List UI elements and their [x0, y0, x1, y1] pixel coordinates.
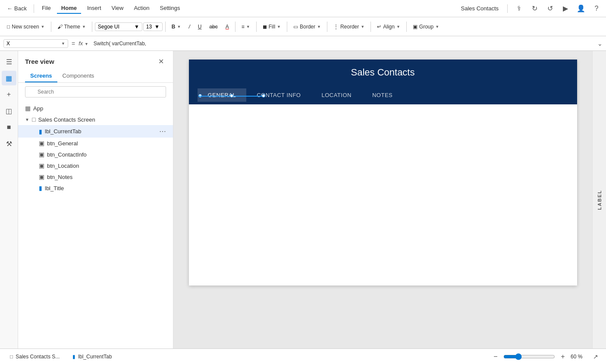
- layers-icon[interactable]: ▦: [2, 71, 16, 85]
- border-chevron-icon: ▼: [317, 25, 321, 29]
- tree-item-btn-contactinfo-label: btn_ContactInfo: [47, 151, 166, 158]
- nav-insert[interactable]: Insert: [83, 3, 106, 14]
- add-icon[interactable]: +: [2, 87, 16, 102]
- formula-input[interactable]: [94, 41, 596, 47]
- main-area: ☰ ▦ + ◫ ■ ⚒ Tree view ✕ Screens Componen…: [0, 51, 606, 348]
- italic-button[interactable]: /: [185, 22, 193, 31]
- components-icon[interactable]: ■: [2, 120, 16, 135]
- font-size-selector[interactable]: 13 ▼: [143, 22, 163, 31]
- more-options-icon[interactable]: ⋯: [159, 127, 166, 135]
- button-icon-general: ▣: [39, 140, 44, 147]
- nav-separator-2: [507, 4, 508, 13]
- search-input[interactable]: [25, 86, 166, 97]
- toolbar-sep-5: [256, 22, 257, 32]
- border-icon: ▭: [293, 24, 298, 30]
- tree-item-btn-general-label: btn_General: [47, 140, 166, 147]
- zoom-slider[interactable]: [503, 353, 555, 360]
- status-label-tab[interactable]: ▮ lbl_CurrentTab: [68, 351, 116, 362]
- toolbar: □ New screen ▼ 🖌 Theme ▼ Segoe UI ▼ 13 ▼…: [0, 17, 606, 36]
- status-screen-tab[interactable]: □ Sales Contacts S...: [5, 351, 64, 362]
- tree-item-screen[interactable]: ▼ □ Sales Contacts Screen: [18, 114, 173, 125]
- reorder-chevron-icon: ▼: [361, 25, 364, 29]
- nav-home[interactable]: Home: [57, 3, 81, 14]
- strikethrough-button[interactable]: abc: [206, 22, 221, 31]
- right-panel: LABEL: [592, 51, 606, 348]
- font-color-button[interactable]: A: [222, 22, 232, 31]
- group-button[interactable]: ▣ Group ▼: [409, 22, 443, 31]
- back-arrow-icon: ←: [7, 5, 13, 12]
- app-tab-general[interactable]: GENERAL: [198, 88, 247, 102]
- nav-settings[interactable]: Settings: [156, 3, 185, 14]
- tree-item-lbl-title[interactable]: ▮ lbl_Title: [18, 182, 173, 194]
- font-selector[interactable]: Segoe UI ▼: [95, 22, 142, 31]
- button-icon-notes: ▣: [39, 173, 44, 180]
- help-icon[interactable]: ⚕: [513, 3, 525, 15]
- nav-separator-1: [34, 4, 34, 13]
- font-chevron-icon: ▼: [134, 24, 139, 30]
- tree-item-lbl-currenttab[interactable]: ▮ lbl_CurrentTab ⋯: [18, 125, 173, 138]
- tree-view-panel: Tree view ✕ Screens Components 🔍 ▦ App ▼…: [18, 51, 173, 348]
- app-tab-location[interactable]: LOCATION: [311, 88, 362, 102]
- app-content: [189, 104, 577, 286]
- menu-icon[interactable]: ☰: [2, 54, 16, 69]
- tree-item-btn-contactinfo[interactable]: ▣ btn_ContactInfo: [18, 149, 173, 160]
- align2-button[interactable]: ↵ Align ▼: [374, 22, 404, 31]
- theme-button[interactable]: 🖌 Theme ▼: [54, 22, 89, 31]
- font-name-label: Segoe UI: [98, 24, 133, 30]
- tree-search-area: 🔍: [18, 83, 173, 101]
- tree-item-btn-notes[interactable]: ▣ btn_Notes: [18, 171, 173, 182]
- border-button[interactable]: ▭ Border ▼: [290, 22, 324, 31]
- reorder-label: Reorder: [340, 24, 359, 30]
- back-button[interactable]: ← Back: [3, 3, 30, 13]
- canvas-area: Sales Contacts GENERAL CONTACT INFO LOCA…: [173, 51, 592, 348]
- formula-expand-icon[interactable]: ⌄: [597, 40, 603, 47]
- nav-file[interactable]: File: [38, 3, 55, 14]
- tree-search-wrapper: 🔍: [25, 86, 166, 97]
- formula-var-selector[interactable]: X ▼: [3, 39, 68, 48]
- redo-icon[interactable]: ↺: [544, 3, 556, 15]
- border-label: Border: [300, 24, 315, 30]
- status-screen-label: Sales Contacts S...: [16, 354, 60, 360]
- status-label-icon: ▮: [72, 354, 75, 360]
- expand-icon[interactable]: ↗: [590, 351, 601, 362]
- zoom-in-button[interactable]: +: [558, 351, 568, 362]
- screen-icon: □: [32, 116, 35, 123]
- undo-icon[interactable]: ↻: [528, 3, 540, 15]
- app-tab-contactinfo[interactable]: CONTACT INFO: [246, 88, 311, 102]
- formula-bar: X ▼ = fx ▼ ⌄: [0, 36, 606, 51]
- toolbar-sep-3: [165, 22, 166, 32]
- app-title: Sales Contacts: [351, 67, 415, 78]
- user-icon[interactable]: 👤: [575, 3, 587, 15]
- play-icon[interactable]: ▶: [559, 3, 571, 15]
- new-screen-icon: □: [7, 24, 10, 30]
- question-icon[interactable]: ?: [590, 3, 603, 15]
- tree-item-btn-notes-label: btn_Notes: [47, 174, 166, 180]
- tree-item-btn-location[interactable]: ▣ btn_Location: [18, 160, 173, 171]
- zoom-out-button[interactable]: −: [490, 351, 501, 362]
- reorder-button[interactable]: ⋮ Reorder ▼: [330, 22, 368, 31]
- tab-screens[interactable]: Screens: [25, 70, 57, 82]
- tree-item-app[interactable]: ▦ App: [18, 103, 173, 114]
- nav-view[interactable]: View: [107, 3, 128, 14]
- left-sidebar-icons: ☰ ▦ + ◫ ■ ⚒: [0, 51, 18, 348]
- app-name-label: Sales Contacts: [461, 5, 499, 12]
- tab-components[interactable]: Components: [57, 70, 100, 82]
- new-screen-button[interactable]: □ New screen ▼: [3, 22, 48, 31]
- strikethrough-label: abc: [209, 24, 217, 30]
- bold-button[interactable]: B ▼: [168, 22, 185, 31]
- nav-action[interactable]: Action: [129, 3, 154, 14]
- zoom-value-label: 60 %: [571, 354, 588, 360]
- tree-title: Tree view: [25, 58, 54, 65]
- tree-close-icon[interactable]: ✕: [156, 56, 166, 66]
- font-color-icon: A: [226, 24, 229, 30]
- formula-fx-icon[interactable]: fx ▼: [78, 40, 88, 47]
- data-icon[interactable]: ◫: [2, 104, 16, 118]
- app-tab-notes[interactable]: NOTES: [362, 88, 403, 102]
- align-button[interactable]: ≡ ▼: [238, 22, 254, 31]
- toolbar-sep-7: [327, 22, 327, 32]
- tools-icon[interactable]: ⚒: [2, 136, 16, 151]
- align-icon: ≡: [242, 24, 245, 30]
- underline-button[interactable]: U: [195, 22, 205, 31]
- fill-button[interactable]: ◼ Fill ▼: [259, 22, 284, 31]
- tree-item-btn-general[interactable]: ▣ btn_General: [18, 138, 173, 149]
